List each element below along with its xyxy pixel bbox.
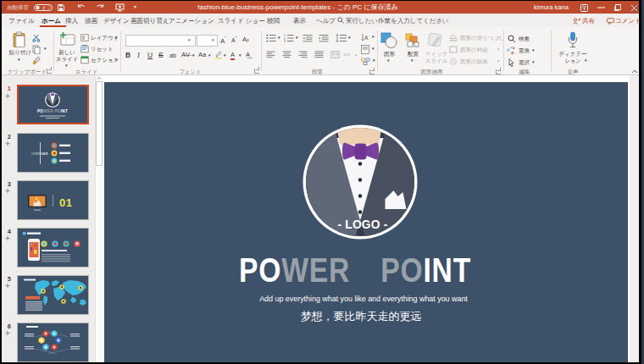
svg-text:a: a <box>511 50 514 55</box>
svg-text:POWER POINT: POWER POINT <box>37 109 68 113</box>
svg-text:A: A <box>364 35 369 41</box>
svg-text:01: 01 <box>59 196 72 209</box>
svg-text:3: 3 <box>284 40 286 42</box>
svg-text:b: b <box>507 47 510 52</box>
svg-text:- LOGO -: - LOGO - <box>337 218 387 231</box>
svg-text:目录: 目录 <box>42 152 48 156</box>
